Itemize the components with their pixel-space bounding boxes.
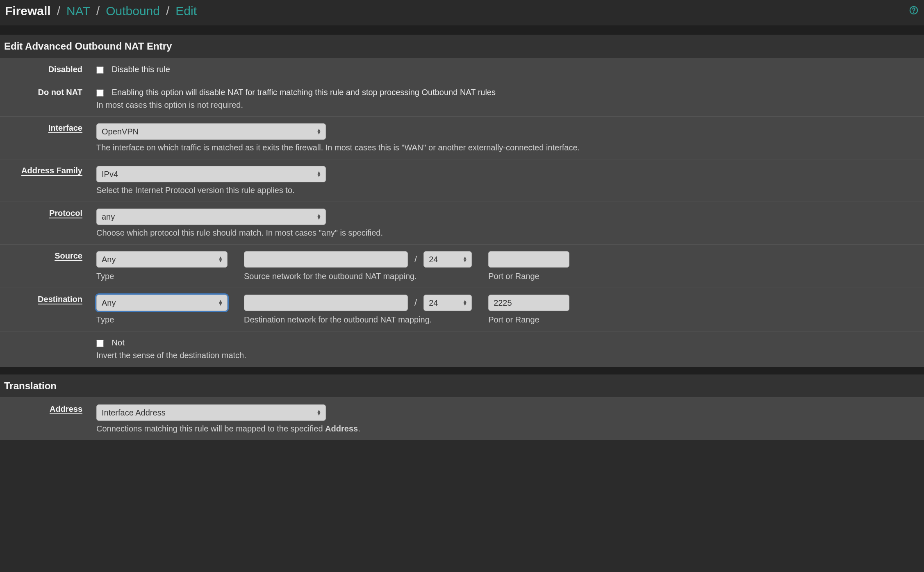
label-nonat: Do not NAT	[0, 88, 96, 97]
destination-cidr-select[interactable]: 24 ▲▼	[423, 295, 472, 311]
disabled-checkbox-wrap[interactable]: Disable this rule	[96, 65, 170, 74]
row-interface: Interface OpenVPN ▲▼ The interface on wh…	[0, 116, 924, 159]
help-icon[interactable]	[909, 5, 918, 18]
source-network-hint: Source network for the outbound NAT mapp…	[244, 272, 472, 281]
destination-port-hint: Port or Range	[488, 315, 569, 325]
source-port-input[interactable]	[488, 251, 569, 268]
row-source: Source Any ▲▼ Type / 24 ▲▼ Sourc	[0, 244, 924, 288]
breadcrumb-outbound[interactable]: Outbound	[106, 4, 160, 18]
disabled-checkbox-label: Disable this rule	[112, 65, 170, 74]
label-source[interactable]: Source	[0, 251, 96, 261]
destination-cidr-value: 24	[429, 298, 467, 308]
not-checkbox-wrap[interactable]: Not	[96, 338, 125, 347]
breadcrumb-bar: Firewall / NAT / Outbound / Edit	[0, 0, 924, 27]
label-interface[interactable]: Interface	[0, 123, 96, 133]
translation-address-value: Interface Address	[102, 408, 321, 418]
source-cidr-value: 24	[429, 255, 467, 264]
interface-select-value: OpenVPN	[102, 127, 321, 136]
panel-edit-header: Edit Advanced Outbound NAT Entry	[0, 34, 924, 58]
protocol-select[interactable]: any ▲▼	[96, 209, 326, 225]
nonat-checkbox-label: Enabling this option will disable NAT fo…	[112, 88, 496, 97]
cidr-slash: /	[413, 254, 419, 265]
translation-address-select[interactable]: Interface Address ▲▼	[96, 404, 326, 421]
label-translation-address[interactable]: Address	[0, 404, 96, 414]
breadcrumb-sep: /	[96, 4, 100, 18]
cidr-slash: /	[413, 297, 419, 308]
chevron-updown-icon: ▲▼	[316, 171, 321, 177]
row-translation-address: Address Interface Address ▲▼ Connections…	[0, 397, 924, 440]
not-checkbox-label: Not	[112, 338, 125, 347]
protocol-hint: Choose which protocol this rule should m…	[96, 228, 914, 238]
svg-point-1	[913, 12, 914, 13]
row-afamily: Address Family IPv4 ▲▼ Select the Intern…	[0, 159, 924, 202]
destination-type-select[interactable]: Any ▲▼	[96, 295, 228, 311]
panel-translation-header: Translation	[0, 374, 924, 397]
source-type-select[interactable]: Any ▲▼	[96, 251, 228, 268]
nonat-checkbox[interactable]	[96, 89, 104, 97]
interface-hint: The interface on which traffic is matche…	[96, 143, 914, 152]
interface-select[interactable]: OpenVPN ▲▼	[96, 123, 326, 140]
nonat-hint: In most cases this option is not require…	[96, 100, 914, 110]
afamily-select-value: IPv4	[102, 170, 321, 179]
nonat-checkbox-wrap[interactable]: Enabling this option will disable NAT fo…	[96, 88, 496, 97]
source-port-hint: Port or Range	[488, 272, 569, 281]
destination-network-input[interactable]	[244, 295, 408, 311]
breadcrumb-sep: /	[57, 4, 60, 18]
disabled-checkbox[interactable]	[96, 66, 104, 74]
chevron-updown-icon: ▲▼	[218, 300, 223, 306]
translation-address-hint: Connections matching this rule will be m…	[96, 424, 914, 434]
breadcrumb-root: Firewall	[5, 4, 51, 18]
chevron-updown-icon: ▲▼	[462, 300, 467, 306]
destination-network-hint: Destination network for the outbound NAT…	[244, 315, 472, 325]
chevron-updown-icon: ▲▼	[316, 410, 321, 415]
source-type-value: Any	[102, 255, 222, 264]
breadcrumb-nat[interactable]: NAT	[66, 4, 90, 18]
source-network-input[interactable]	[244, 251, 408, 268]
destination-port-input[interactable]	[488, 295, 569, 311]
row-not: Not Invert the sense of the destination …	[0, 331, 924, 367]
label-afamily[interactable]: Address Family	[0, 166, 96, 175]
breadcrumb: Firewall / NAT / Outbound / Edit	[5, 4, 197, 18]
afamily-select[interactable]: IPv4 ▲▼	[96, 166, 326, 182]
breadcrumb-sep: /	[166, 4, 169, 18]
source-cidr-select[interactable]: 24 ▲▼	[423, 251, 472, 268]
chevron-updown-icon: ▲▼	[316, 129, 321, 134]
chevron-updown-icon: ▲▼	[218, 256, 223, 262]
not-hint: Invert the sense of the destination matc…	[96, 351, 914, 360]
destination-type-value: Any	[102, 298, 222, 308]
label-destination[interactable]: Destination	[0, 295, 96, 304]
label-disabled: Disabled	[0, 65, 96, 74]
protocol-select-value: any	[102, 212, 321, 222]
not-checkbox[interactable]	[96, 340, 104, 347]
row-destination: Destination Any ▲▼ Type / 24 ▲▼	[0, 288, 924, 331]
afamily-hint: Select the Internet Protocol version thi…	[96, 186, 914, 195]
chevron-updown-icon: ▲▼	[316, 214, 321, 220]
label-protocol[interactable]: Protocol	[0, 209, 96, 218]
destination-type-hint: Type	[96, 315, 228, 325]
source-type-hint: Type	[96, 272, 228, 281]
chevron-updown-icon: ▲▼	[462, 256, 467, 262]
row-nonat: Do not NAT Enabling this option will dis…	[0, 81, 924, 116]
breadcrumb-edit[interactable]: Edit	[175, 4, 197, 18]
row-protocol: Protocol any ▲▼ Choose which protocol th…	[0, 202, 924, 244]
row-disabled: Disabled Disable this rule	[0, 58, 924, 81]
